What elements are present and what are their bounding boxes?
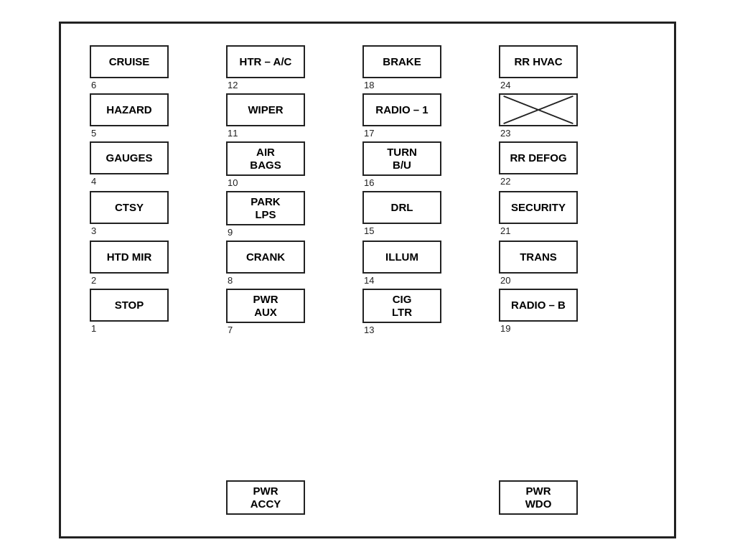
fuse-number-19: 19 bbox=[499, 323, 510, 334]
fuse-cell-1-1: WIPER11 bbox=[226, 93, 362, 141]
bottom-cell-0 bbox=[90, 480, 226, 515]
fuse-number-16: 16 bbox=[362, 177, 374, 188]
fuse-label-HTD-MIR: HTD MIR bbox=[90, 241, 169, 274]
fuse-cell-2-3: RR DEFOG22 bbox=[499, 141, 635, 190]
fuse-row-1: HAZARD5WIPER11RADIO – 117 23 bbox=[90, 93, 645, 141]
fuse-cell-1-0: HAZARD5 bbox=[90, 93, 226, 141]
fuse-number-17: 17 bbox=[362, 128, 374, 139]
fuse-cell-3-3: SECURITY21 bbox=[499, 191, 635, 239]
fuse-number-5: 5 bbox=[90, 128, 96, 139]
fuse-row-2: GAUGES4AIRBAGS10TURNB/U16RR DEFOG22 bbox=[90, 141, 645, 191]
fuse-cell-2-1: AIRBAGS10 bbox=[226, 141, 362, 191]
fuse-cell-4-3: TRANS20 bbox=[499, 241, 635, 289]
fuse-cell-4-2: ILLUM14 bbox=[362, 241, 499, 289]
fuse-cell-5-2: CIGLTR13 bbox=[362, 289, 499, 338]
fuse-label-PARK-LPS: PARKLPS bbox=[226, 191, 305, 225]
bottom-cell-3: PWRWDO bbox=[499, 480, 635, 515]
fuse-grid: CRUISE6HTR – A/C12BRAKE18RR HVAC24HAZARD… bbox=[90, 45, 645, 476]
fuse-cell-2-0: GAUGES4 bbox=[90, 141, 226, 190]
fuse-cell-0-1: HTR – A/C12 bbox=[226, 45, 362, 93]
fuse-label-TRANS: TRANS bbox=[499, 241, 578, 274]
fuse-number-14: 14 bbox=[362, 275, 374, 286]
fuse-label-GAUGES: GAUGES bbox=[90, 141, 169, 174]
fuse-cell-0-0: CRUISE6 bbox=[90, 45, 226, 93]
fuse-number-8: 8 bbox=[226, 275, 233, 286]
fuse-number-2: 2 bbox=[90, 275, 96, 286]
fuse-number-20: 20 bbox=[499, 275, 510, 286]
bottom-fuse-label-PWR-ACCY: PWRACCY bbox=[226, 480, 305, 515]
empty-fuse-x bbox=[499, 93, 578, 126]
fuse-cell-1-2: RADIO – 117 bbox=[362, 93, 499, 141]
fuse-box-diagram: CRUISE6HTR – A/C12BRAKE18RR HVAC24HAZARD… bbox=[59, 22, 676, 538]
fuse-cell-5-3: RADIO – B19 bbox=[499, 289, 635, 337]
fuse-number-18: 18 bbox=[362, 80, 374, 90]
fuse-cell-3-0: CTSY3 bbox=[90, 191, 226, 239]
fuse-label-AIR-BAGS: AIRBAGS bbox=[226, 141, 305, 176]
fuse-row-3: CTSY3PARKLPS9DRL15SECURITY21 bbox=[90, 191, 645, 241]
fuse-row-5: STOP1PWRAUX7CIGLTR13RADIO – B19 bbox=[90, 289, 645, 338]
fuse-number-11: 11 bbox=[226, 128, 238, 139]
fuse-label-SECURITY: SECURITY bbox=[499, 191, 578, 224]
fuse-number-4: 4 bbox=[90, 176, 96, 187]
fuse-number-24: 24 bbox=[499, 80, 510, 90]
fuse-label-BRAKE: BRAKE bbox=[362, 45, 441, 78]
fuse-label-HAZARD: HAZARD bbox=[90, 93, 169, 126]
fuse-number-10: 10 bbox=[226, 177, 238, 188]
fuse-label-RR-DEFOG: RR DEFOG bbox=[499, 141, 578, 174]
fuse-label-RADIO--B: RADIO – B bbox=[499, 289, 578, 322]
fuse-label-RR-HVAC: RR HVAC bbox=[499, 45, 578, 78]
fuse-number-9: 9 bbox=[226, 227, 233, 238]
fuse-cell-3-2: DRL15 bbox=[362, 191, 499, 239]
fuse-cell-5-0: STOP1 bbox=[90, 289, 226, 337]
fuse-row-0: CRUISE6HTR – A/C12BRAKE18RR HVAC24 bbox=[90, 45, 645, 93]
fuse-label-HTR--AC: HTR – A/C bbox=[226, 45, 305, 78]
fuse-label-CIG-LTR: CIGLTR bbox=[362, 289, 441, 323]
fuse-label-CRUISE: CRUISE bbox=[90, 45, 169, 78]
fuse-cell-0-3: RR HVAC24 bbox=[499, 45, 635, 93]
fuse-label-CRANK: CRANK bbox=[226, 241, 305, 274]
fuse-cell-2-2: TURNB/U16 bbox=[362, 141, 499, 191]
fuse-label-TURN-BU: TURNB/U bbox=[362, 141, 441, 176]
fuse-number-15: 15 bbox=[362, 225, 374, 236]
fuse-cell-3-1: PARKLPS9 bbox=[226, 191, 362, 241]
fuse-row-4: HTD MIR2CRANK8ILLUM14TRANS20 bbox=[90, 241, 645, 289]
fuse-label-STOP: STOP bbox=[90, 289, 169, 322]
fuse-number-13: 13 bbox=[362, 325, 374, 335]
fuse-cell-5-1: PWRAUX7 bbox=[226, 289, 362, 338]
bottom-cell-1: PWRACCY bbox=[226, 480, 362, 515]
fuse-number-6: 6 bbox=[90, 80, 96, 90]
fuse-label-ILLUM: ILLUM bbox=[362, 241, 441, 274]
bottom-fuses-row: PWRACCYPWRWDO bbox=[90, 480, 645, 515]
fuse-label-CTSY: CTSY bbox=[90, 191, 169, 224]
fuse-number-21: 21 bbox=[499, 225, 510, 236]
bottom-fuse-label-PWR-WDO: PWRWDO bbox=[499, 480, 578, 515]
fuse-number-22: 22 bbox=[499, 176, 510, 187]
fuse-number-1: 1 bbox=[90, 323, 96, 334]
fuse-cell-1-3: 23 bbox=[499, 93, 635, 141]
bottom-cell-2 bbox=[362, 480, 499, 515]
fuse-number-23: 23 bbox=[499, 128, 510, 139]
fuse-number-3: 3 bbox=[90, 225, 96, 236]
fuse-cell-4-0: HTD MIR2 bbox=[90, 241, 226, 289]
fuse-number-7: 7 bbox=[226, 325, 233, 335]
fuse-cell-4-1: CRANK8 bbox=[226, 241, 362, 289]
fuse-label-PWR-AUX: PWRAUX bbox=[226, 289, 305, 323]
fuse-label-DRL: DRL bbox=[362, 191, 441, 224]
fuse-label-RADIO--1: RADIO – 1 bbox=[362, 93, 441, 126]
fuse-cell-0-2: BRAKE18 bbox=[362, 45, 499, 93]
fuse-label-WIPER: WIPER bbox=[226, 93, 305, 126]
fuse-number-12: 12 bbox=[226, 80, 238, 90]
